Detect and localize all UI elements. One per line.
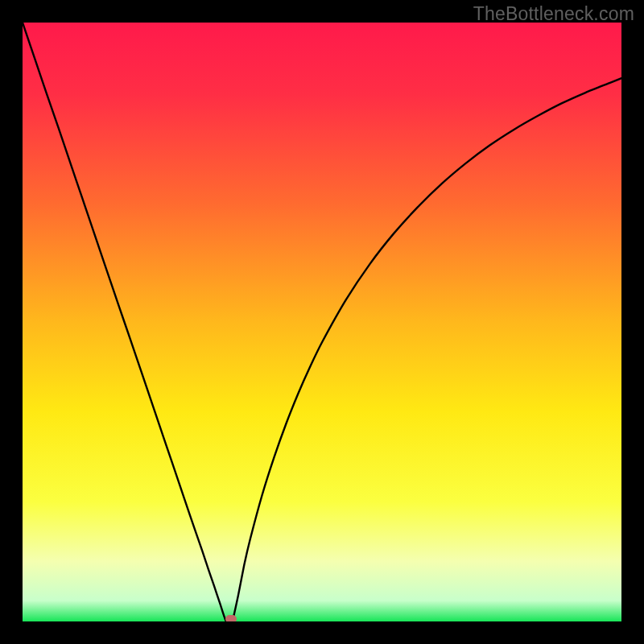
chart-frame: TheBottleneck.com [0,0,644,644]
plot-area [23,23,621,621]
optimal-point-marker [225,615,237,621]
bottleneck-curve [23,23,621,621]
watermark-text: TheBottleneck.com [473,3,634,25]
